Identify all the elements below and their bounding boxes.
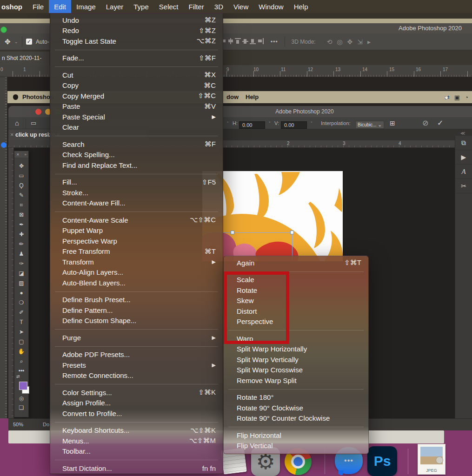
menu-item[interactable]: Check Spelling... [50,150,223,160]
user-status-icon: ● [445,94,451,100]
photoshop-dock-icon[interactable]: Ps [367,446,397,476]
menu-item[interactable]: Convert to Profile... [50,408,223,419]
menu-item[interactable]: Define Brush Preset... [50,295,223,305]
auto-select-checkbox[interactable]: ✓ [26,39,32,45]
drag-3d-icon[interactable]: ✥ [347,38,353,46]
menubar-item-window[interactable]: Window [253,0,288,13]
ruler-number: 3 [343,141,346,146]
collapse-panels-icon: ≪ [460,131,465,136]
degree-symbol: ° [269,117,271,129]
menu-bar: oshopFileEditImageLayerTypeSelectFilter3… [0,0,472,13]
menu-item[interactable]: Define Pattern... [50,305,223,316]
options-divider [22,37,22,47]
menubar-item-select[interactable]: Select [154,0,184,13]
menu-item[interactable]: Flip Vertical [224,441,368,451]
menu-item [50,46,223,53]
menubar-item-help[interactable]: Help [289,0,313,13]
roll-3d-icon[interactable]: ◎ [337,38,342,46]
transform-handle[interactable] [231,231,234,234]
warp-mode-icon: ⊞ [390,117,395,129]
menu-item[interactable]: Color Settings... ⇧⌘K [50,387,223,398]
jpeg-file-dock-icon[interactable]: JPEG [418,444,445,475]
menubar-item-3d[interactable]: 3D [209,0,228,13]
chevron-down-icon[interactable]: ⌄ [14,39,18,44]
orbit-3d-icon[interactable]: ⟲ [327,38,332,46]
eraser-tool-icon: ◪ [14,268,28,278]
menu-item: Split Warp Vertically [224,354,368,365]
inner-app-name: Photoshop [22,91,54,103]
camera-3d-icon[interactable]: ▸ [367,38,371,46]
menu-item [50,326,223,332]
ruler-number: 2 [287,141,290,146]
menu-item[interactable]: Find and Replace Text... [50,160,223,171]
menu-item [224,386,368,392]
transform-handle[interactable] [290,231,294,234]
menu-item[interactable]: Presets ▶ [50,360,223,370]
menubar-item-image[interactable]: Image [71,0,101,13]
menubar-item-filter[interactable]: Filter [184,0,209,13]
menu-item[interactable]: Toolbar... [50,446,223,457]
menu-item[interactable]: Adobe PDF Presets... [50,350,223,360]
menu-item[interactable]: Rotate 90° Counter Clockwise [224,413,368,424]
document-tab[interactable]: n Shot 2020-11- [0,52,49,65]
menubar-item-file[interactable]: File [27,0,49,13]
menu-item[interactable]: Puppet Warp [50,225,223,236]
menu-item[interactable]: Rotate 90° Clockwise [224,403,368,413]
menu-item [50,343,223,350]
move-tool-icon: ✥ [14,161,28,171]
inner-panel-strip: ⧉▶A✂ [455,136,472,418]
menu-item [50,381,223,387]
clock-status-icon: ◔ [465,94,468,101]
options-right-cluster: ••• 3D Mode: ⟲◎✥⇲▸ [219,33,371,50]
menu-item[interactable]: Menus... ⌥⇧⌘M [50,436,223,446]
menu-item[interactable]: Content-Aware Scale ⌥⇧⌘C [50,215,223,225]
menu-item[interactable]: Assign Profile... [50,398,223,409]
menu-item [50,419,223,425]
move-tool-icon[interactable]: ✥ [5,38,11,46]
blue-dot-indicator [1,142,7,148]
slide-3d-icon[interactable]: ⇲ [357,38,363,46]
clone-stamp-tool-icon: ♟ [14,249,28,258]
v-value-field: 0.00 [281,121,307,129]
menu-item[interactable]: Stroke... [50,187,223,198]
align-top-icon[interactable] [234,38,242,44]
menu-item[interactable]: Free Transform ⌘T [50,246,223,257]
close-icon: × [10,129,13,140]
menu-item[interactable]: Start Dictation... fn fn [50,463,223,474]
menu-item[interactable]: Purge ▶ [50,332,223,343]
menu-item[interactable]: Rotate 180° [224,392,368,403]
chrome-icon-core [293,457,303,466]
document-canvas[interactable] [202,171,343,261]
history-panel-icon: ⧉ [461,139,466,147]
menu-item[interactable]: Copy ⌘C [50,80,223,91]
menu-item[interactable]: Remote Connections... [50,370,223,381]
mode-3d-label: 3D Mode: [292,39,316,45]
menu-item[interactable]: Fill... ⇧F5 [50,177,223,188]
menubar-item-edit[interactable]: Edit [49,0,71,13]
zoom-level[interactable]: 50% [13,422,23,427]
green-traffic-light[interactable] [0,26,7,33]
sun-artwork [202,171,343,261]
menu-item[interactable]: Keyboard Shortcuts... ⌥⇧⌘K [50,425,223,436]
more-options-icon[interactable]: ••• [271,39,278,45]
menubar-item-photoshop[interactable]: oshop [0,0,27,13]
align-center-h-icon[interactable] [227,38,234,44]
menubar-item-layer[interactable]: Layer [101,0,129,13]
align-bottom-icon[interactable] [249,38,257,44]
menubar-item-type[interactable]: Type [128,0,154,13]
menu-item[interactable]: Search ⌘F [50,139,223,150]
h-label: H: [233,117,238,129]
menubar-item-view[interactable]: View [228,0,253,13]
ruler-number: 11 [281,67,286,72]
menu-item[interactable]: Transform ▶ [50,257,223,267]
menu-item[interactable]: Flip Horizontal [224,430,368,441]
inner-vertical-ruler [8,148,14,418]
menu-item: Content-Aware Fill... [50,198,223,209]
menu-item: Redo ⇧⌘Z [50,26,223,36]
menu-item: Fade... ⇧⌘F [50,53,223,64]
ruler-number: 10 [253,67,259,72]
align-middle-icon[interactable] [242,38,249,44]
ruler-number: 9 [226,67,229,72]
menu-item[interactable]: Perspective Warp [50,236,223,246]
align-right-icon[interactable] [257,38,264,44]
